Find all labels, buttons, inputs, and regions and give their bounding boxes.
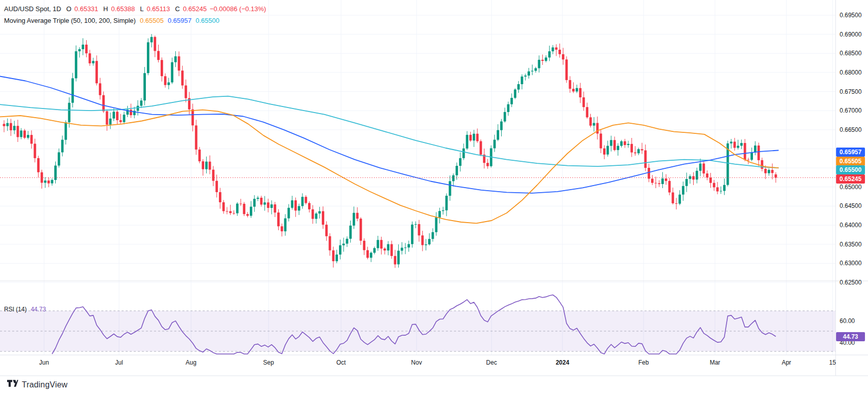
price-axis-label: 0.68500 [840,50,861,57]
price-axis-label: 0.68000 [840,69,861,76]
ma100-value: 0.65957 [168,17,192,24]
rsi-axis-label: 60.00 [840,317,855,325]
price-axis-label: 0.64500 [840,202,861,209]
price-axis-label: 0.67500 [840,88,861,95]
price-axis-label: 0.64000 [840,222,861,229]
time-axis-label-sep: Sep [263,359,274,366]
price-axis-label: 0.67000 [840,107,861,114]
low-value: 0.65113 [146,5,170,13]
tradingview-chart-window: AUD/USD Spot, 1D O0.65331 H0.65388 L0.65… [0,0,868,394]
time-axis-label-feb: Feb [638,359,649,366]
price-badge: 0.65957 [836,148,865,157]
high-label: H [103,5,108,13]
price-axis-label: 0.65000 [840,184,861,191]
ma-title: Moving Average Triple (50, 100, 200, Sim… [4,17,136,24]
price-axis-label: 0.63000 [840,260,861,267]
time-axis-label-15: 15 [829,359,836,366]
open-label: O [66,5,71,13]
price-badge: 0.65500 [836,165,865,174]
symbol-legend-row[interactable]: AUD/USD Spot, 1D O0.65331 H0.65388 L0.65… [4,5,266,13]
close-value: 0.65245 [183,5,207,13]
price-badge: 0.65245 [836,174,865,184]
rsi-title: RSI (14) [4,306,27,313]
tradingview-logo-icon [7,380,18,389]
ma50-value: 0.65505 [140,17,164,24]
price-badge: 0.65505 [836,157,865,166]
rsi-value: 44.73 [31,306,46,313]
high-value: 0.65388 [111,5,135,13]
low-label: L [140,5,143,13]
chart-canvas[interactable] [0,0,868,394]
rsi-legend-row[interactable]: RSI (14) 44.73 [4,306,46,313]
time-axis-label-2024: 2024 [556,359,570,366]
price-axis-label: 0.63500 [840,241,861,248]
time-axis-label-jun: Jun [39,359,49,366]
rsi-value-badge: 44.73 [836,332,865,341]
price-axis-label: 0.69500 [840,12,861,19]
time-axis-label-nov: Nov [411,359,422,366]
time-axis-label-oct: Oct [336,359,346,366]
time-axis-label-mar: Mar [710,359,721,366]
tradingview-watermark[interactable]: TradingView [7,380,67,389]
time-axis-label-dec: Dec [486,359,497,366]
ma200-value: 0.65500 [196,17,219,24]
price-axis-label: 0.62500 [840,279,861,286]
symbol-title: AUD/USD Spot, 1D [4,5,61,13]
ma-legend-row[interactable]: Moving Average Triple (50, 100, 200, Sim… [4,17,219,24]
open-value: 0.65331 [74,5,98,13]
time-axis-label-apr: Apr [782,359,791,366]
price-axis-label: 0.69000 [840,31,861,38]
time-axis-label-aug: Aug [185,359,196,366]
tradingview-logo-text: TradingView [22,380,67,389]
close-label: C [175,5,179,13]
price-axis-label: 0.66500 [840,126,861,133]
change-value: −0.00086 (−0.13%) [210,5,266,13]
time-axis-label-jul: Jul [115,359,123,366]
